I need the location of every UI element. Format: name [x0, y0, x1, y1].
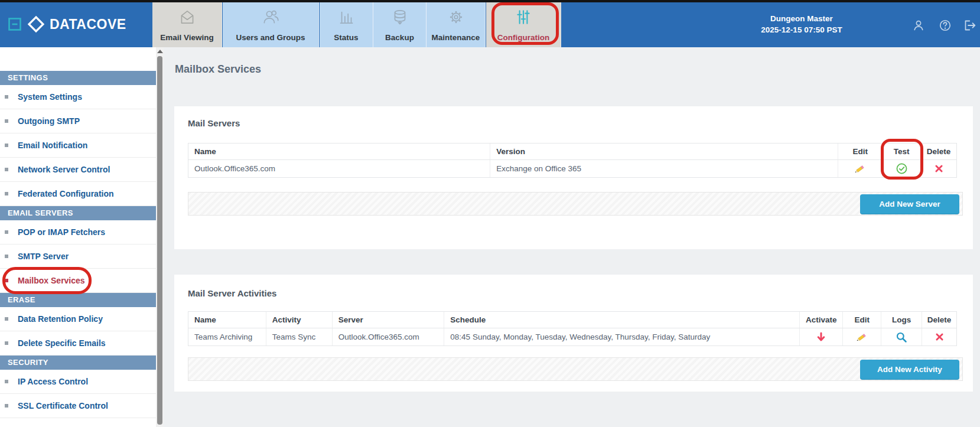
user-account-icon[interactable]: [911, 18, 926, 32]
activity-server-cell: Outlook.Office365.com: [333, 328, 445, 345]
database-icon: [373, 7, 426, 27]
add-new-activity-button[interactable]: Add New Activity: [860, 360, 959, 379]
activity-type-cell: Teams Sync: [266, 328, 333, 345]
column-header-edit: Edit: [838, 144, 883, 159]
sidebar-section-security: SECURITY: [0, 356, 156, 370]
tab-backup[interactable]: Backup: [373, 2, 426, 47]
sliders-icon: [486, 7, 561, 27]
sidebar-item-ip-access-control[interactable]: IP Access Control: [0, 370, 156, 394]
top-navigation-bar: DATACOVE Email Viewing Users and Groups: [0, 2, 980, 47]
scroll-up-icon[interactable]: [157, 50, 163, 53]
mail-servers-action-bar: Add New Server: [188, 192, 963, 216]
column-header-logs: Logs: [881, 312, 922, 328]
column-header-activate: Activate: [800, 312, 843, 328]
activity-name-cell: Teams Archiving: [188, 328, 266, 345]
column-header-server: Server: [333, 312, 445, 328]
page-title: Mailbox Services: [175, 63, 261, 76]
sidebar-item-ssl-certificate-control[interactable]: SSL Certificate Control: [0, 394, 156, 418]
sidebar-section-email-servers: EMAIL SERVERS: [0, 206, 156, 220]
column-header-delete: Delete: [921, 144, 956, 159]
edit-pencil-icon[interactable]: [854, 162, 867, 175]
tab-maintenance[interactable]: Maintenance: [426, 2, 486, 47]
bar-chart-icon: [320, 7, 373, 27]
delete-x-icon[interactable]: [935, 332, 945, 342]
column-header-activity: Activity: [266, 312, 333, 328]
datacove-logo: DATACOVE: [27, 15, 126, 33]
mail-server-activities-panel: Mail Server Activities Name Activity Ser…: [174, 275, 973, 392]
column-header-name: Name: [188, 312, 266, 328]
logout-icon[interactable]: [963, 18, 977, 32]
bullet-icon: [5, 230, 8, 234]
scrollbar-thumb[interactable]: [157, 56, 162, 425]
session-info: Dungeon Master 2025-12-15 07:50 PST: [748, 13, 855, 35]
column-header-delete: Delete: [922, 312, 956, 328]
server-name-cell: Outlook.Office365.com: [188, 160, 490, 177]
delete-x-icon[interactable]: [934, 164, 944, 174]
sidebar-item-delete-specific-emails[interactable]: Delete Specific Emails: [0, 331, 156, 356]
table-row: Outlook.Office365.com Exchange on Office…: [188, 160, 957, 178]
logs-magnifier-icon[interactable]: [896, 331, 907, 343]
users-icon: [223, 7, 318, 27]
sidebar-section-erase: ERASE: [0, 293, 156, 307]
bullet-icon: [5, 380, 8, 383]
gear-icon: [426, 7, 485, 27]
bullet-icon: [5, 119, 8, 123]
column-header-name: Name: [188, 144, 490, 159]
tab-configuration[interactable]: Configuration: [486, 2, 561, 47]
sidebar-item-outgoing-smtp[interactable]: Outgoing SMTP: [0, 109, 156, 133]
mail-server-activities-action-bar: Add New Activity: [188, 357, 963, 381]
mail-server-activities-heading: Mail Server Activities: [188, 288, 276, 298]
tab-users-and-groups[interactable]: Users and Groups: [223, 2, 319, 47]
sidebar-item-system-settings[interactable]: System Settings: [0, 85, 156, 109]
sidebar-item-mailbox-services[interactable]: Mailbox Services: [0, 269, 156, 293]
bullet-icon: [5, 404, 8, 408]
bullet-icon: [5, 192, 8, 195]
sidebar-item-pop-or-imap-fetchers[interactable]: POP or IMAP Fetchers: [0, 220, 156, 245]
user-name: Dungeon Master: [748, 13, 855, 24]
sidebar-item-network-server-control[interactable]: Network Server Control: [0, 158, 156, 182]
sidebar-item-federated-configuration[interactable]: Federated Configuration: [0, 182, 156, 206]
table-header-row: Name Version Edit Test Delete: [188, 143, 957, 160]
sidebar-item-data-retention-policy[interactable]: Data Retention Policy: [0, 307, 156, 331]
brand-name: DATACOVE: [50, 17, 126, 32]
bullet-icon: [5, 317, 8, 321]
sidebar-section-settings: SETTINGS: [0, 71, 156, 85]
sidebar-scrollbar[interactable]: [156, 47, 164, 427]
datacove-diamond-icon: [27, 15, 45, 33]
left-sidebar: SETTINGS System Settings Outgoing SMTP E…: [0, 47, 156, 427]
add-new-server-button[interactable]: Add New Server: [860, 194, 959, 214]
column-header-edit: Edit: [843, 312, 881, 328]
mail-server-activities-table: Name Activity Server Schedule Activate E…: [188, 311, 957, 346]
bullet-icon: [5, 95, 8, 99]
bullet-icon: [5, 255, 8, 258]
column-header-test: Test: [883, 144, 921, 159]
sidebar-item-email-notification[interactable]: Email Notification: [0, 133, 156, 158]
sidebar-item-smtp-server[interactable]: SMTP Server: [0, 245, 156, 269]
server-version-cell: Exchange on Office 365: [490, 160, 838, 177]
mail-servers-table: Name Version Edit Test Delete Outlook.Of…: [188, 143, 957, 178]
test-check-icon[interactable]: [896, 162, 908, 175]
tab-status[interactable]: Status: [320, 2, 373, 47]
mail-servers-panel: Mail Servers Name Version Edit Test Dele…: [174, 106, 973, 249]
session-datetime: 2025-12-15 07:50 PST: [748, 24, 855, 35]
column-header-schedule: Schedule: [444, 312, 800, 328]
table-header-row: Name Activity Server Schedule Activate E…: [188, 311, 957, 328]
bullet-icon: [5, 279, 8, 282]
bullet-icon: [5, 341, 8, 345]
sidebar-collapse-icon[interactable]: [8, 18, 21, 31]
activate-arrow-down-icon[interactable]: [815, 331, 827, 343]
bullet-icon: [5, 144, 8, 147]
column-header-version: Version: [490, 144, 838, 159]
table-row: Teams Archiving Teams Sync Outlook.Offic…: [188, 328, 957, 346]
envelope-icon: [152, 7, 222, 27]
activity-schedule-cell: 08:45 Sunday, Monday, Tuesday, Wednesday…: [444, 328, 800, 345]
edit-pencil-icon[interactable]: [855, 331, 868, 344]
bullet-icon: [5, 168, 8, 171]
mail-servers-heading: Mail Servers: [188, 118, 240, 128]
tab-email-viewing[interactable]: Email Viewing: [152, 2, 222, 47]
help-icon[interactable]: [938, 18, 952, 32]
